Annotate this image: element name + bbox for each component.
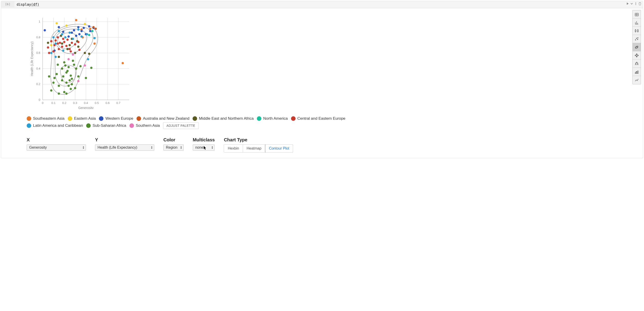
legend-item[interactable]: Sub-Saharan Africa (86, 123, 126, 128)
tree-icon (634, 61, 639, 66)
contour-scatter-tool[interactable] (632, 43, 641, 51)
svg-point-64 (74, 52, 76, 54)
svg-point-132 (70, 88, 72, 90)
svg-point-140 (58, 93, 60, 95)
network-tool[interactable] (632, 51, 641, 60)
bar-chart-tool[interactable] (632, 19, 641, 27)
run-icon[interactable] (626, 2, 629, 5)
svg-text:0.8: 0.8 (36, 36, 40, 39)
boxplot-tool[interactable] (632, 27, 641, 35)
svg-point-42 (77, 26, 80, 28)
svg-point-86 (74, 43, 76, 46)
svg-point-115 (73, 64, 75, 66)
svg-point-105 (86, 33, 88, 35)
legend-label: Australia and New Zealand (143, 116, 189, 121)
svg-point-117 (74, 87, 76, 89)
svg-point-45 (80, 30, 83, 32)
svg-text:0.2: 0.2 (62, 101, 66, 105)
svg-point-124 (79, 65, 82, 68)
svg-text:0.4: 0.4 (36, 67, 40, 70)
x-axis-control: X Generosity ▲▼ (27, 137, 86, 151)
data-table-tool[interactable] (632, 10, 641, 19)
svg-point-106 (87, 58, 89, 60)
cell-prompt: [6] (1, 1, 14, 7)
y-select[interactable]: Health (Life Expectancy) ▲▼ (95, 144, 154, 151)
legend-item[interactable]: Central and Eastern Europe (291, 116, 346, 121)
legend-item[interactable]: Australia and New Zealand (136, 116, 189, 121)
x-select[interactable]: Generosity ▲▼ (27, 144, 86, 151)
adjust-palette-button[interactable]: ADJUST PALETTE (163, 122, 199, 129)
legend-swatch (192, 116, 197, 121)
legend-swatch (27, 116, 31, 121)
svg-point-153 (636, 46, 637, 47)
svg-point-113 (61, 79, 63, 81)
data-table-icon (634, 12, 639, 17)
svg-point-39 (84, 23, 86, 25)
scatter-tool[interactable] (632, 35, 641, 43)
legend-item[interactable]: Eastern Asia (68, 116, 96, 121)
legend-swatch (86, 123, 91, 128)
svg-point-97 (50, 52, 52, 54)
ranking-tool[interactable] (632, 68, 641, 76)
svg-point-127 (66, 93, 68, 95)
cell-header: [6] display(df) (1, 1, 643, 8)
svg-point-63 (84, 52, 86, 54)
cursor-icon (204, 146, 207, 150)
legend-item[interactable]: Western Europe (99, 116, 133, 121)
svg-point-119 (50, 89, 52, 92)
cell-output: 00.10.20.30.40.50.60.700.20.40.60.81Gene… (1, 8, 643, 158)
x-label: X (27, 137, 86, 143)
svg-point-144 (84, 64, 86, 67)
svg-point-121 (56, 73, 58, 75)
svg-point-151 (638, 37, 638, 38)
color-select[interactable]: Region ▲▼ (164, 144, 184, 151)
chart-type-heatmap[interactable]: Heatmap (243, 145, 265, 152)
legend-swatch (27, 123, 31, 128)
svg-point-116 (77, 75, 80, 78)
svg-point-114 (58, 85, 60, 87)
y-axis-control: Y Health (Life Expectancy) ▲▼ (95, 137, 154, 151)
svg-text:0.6: 0.6 (36, 51, 40, 55)
legend-item[interactable]: Southern Asia (130, 123, 160, 128)
line-chart-tool[interactable] (632, 76, 641, 84)
svg-point-99 (68, 32, 71, 34)
svg-point-91 (62, 38, 64, 40)
divider-icon (634, 2, 638, 5)
svg-rect-0 (636, 2, 636, 5)
chart-type-label: Chart Type (224, 137, 293, 143)
svg-point-71 (88, 34, 90, 36)
svg-point-40 (66, 25, 68, 27)
svg-point-139 (66, 82, 68, 84)
svg-point-76 (57, 43, 59, 45)
svg-text:0.4: 0.4 (84, 101, 88, 105)
svg-point-87 (77, 41, 80, 43)
chart-controls: X Generosity ▲▼ Y Health (Life Expectanc… (27, 137, 640, 153)
chart-type-contour-plot[interactable]: Contour Plot (265, 144, 293, 153)
legend-item[interactable]: North America (257, 116, 288, 121)
svg-point-89 (48, 52, 50, 54)
cell-code[interactable]: display(df) (14, 1, 643, 8)
trash-icon[interactable] (638, 2, 642, 5)
multiclass-select[interactable]: none ▲▼ (193, 144, 215, 151)
legend-item[interactable]: Latin America and Caribbean (27, 123, 83, 128)
tree-tool[interactable] (632, 60, 641, 68)
svg-point-142 (68, 58, 70, 60)
svg-point-143 (72, 53, 74, 56)
svg-point-74 (50, 40, 52, 43)
svg-rect-146 (635, 30, 636, 32)
svg-point-111 (70, 75, 72, 77)
legend-item[interactable]: Middle East and Northern Africa (192, 116, 254, 121)
svg-point-135 (72, 60, 74, 62)
svg-point-112 (68, 66, 70, 68)
chart-type-buttons: HexbinHeatmapContour Plot (224, 144, 293, 153)
chart-type-hexbin[interactable]: Hexbin (224, 145, 243, 152)
legend-item[interactable]: Southeastern Asia (27, 116, 64, 121)
svg-point-48 (78, 33, 81, 35)
svg-point-109 (62, 75, 64, 78)
boxplot-icon (634, 29, 639, 33)
svg-point-57 (92, 26, 94, 28)
svg-point-50 (44, 29, 46, 32)
svg-point-38 (50, 44, 52, 46)
chevron-down-icon[interactable] (630, 2, 633, 5)
svg-point-60 (58, 56, 60, 58)
